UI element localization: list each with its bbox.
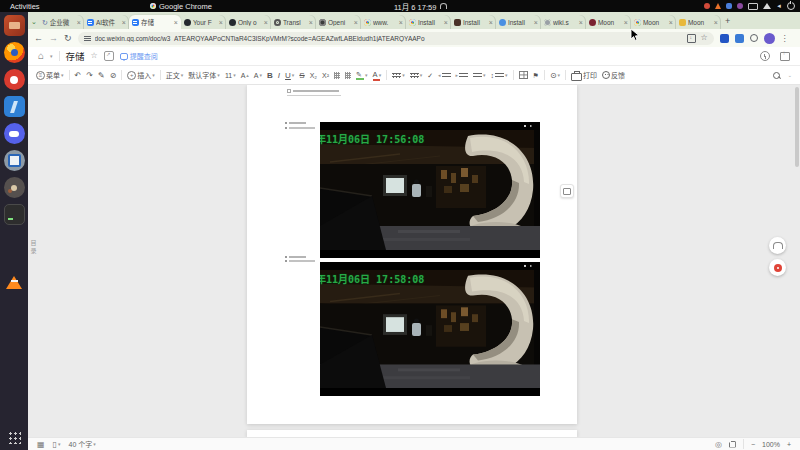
system-clock[interactable]: 11月 6 17:59 (394, 1, 447, 12)
bullet-list-button[interactable]: ▾ (392, 72, 405, 79)
address-bar[interactable]: doc.weixin.qq.com/doc/w3_ATEARQYAAPoCNTi… (78, 32, 714, 45)
network-icon[interactable] (763, 3, 771, 9)
bookmark-flag-icon[interactable]: ⚑ (533, 71, 539, 80)
superscript-button[interactable]: X² (322, 71, 329, 80)
close-icon[interactable]: × (399, 19, 403, 26)
remind-review-link[interactable]: 提醒查阅 (120, 51, 158, 61)
open-in-window-icon[interactable] (104, 51, 114, 61)
promo-float-button[interactable] (769, 259, 786, 276)
page-mode-button[interactable]: ▯▾ (53, 440, 61, 449)
tab-install-3[interactable]: Install× (496, 15, 541, 29)
home-icon[interactable]: ⌂ (38, 51, 44, 61)
align-button[interactable]: ▾ (473, 72, 486, 79)
underline-button[interactable]: U▾ (285, 71, 294, 80)
tab-openi[interactable]: Openi× (316, 15, 361, 29)
zoom-level[interactable]: 100% (762, 441, 780, 448)
close-icon[interactable]: × (579, 19, 583, 26)
save-page-icon[interactable] (687, 34, 696, 43)
tab-only-o[interactable]: Only o× (226, 15, 271, 29)
tray-app-purple-icon[interactable] (737, 3, 743, 9)
tab-install-1[interactable]: Install× (406, 15, 451, 29)
zoom-in-button[interactable]: + (787, 441, 791, 448)
font-size-decrease-button[interactable]: A▾ (254, 72, 262, 79)
insert-table-icon[interactable] (519, 71, 528, 79)
activities-button[interactable]: Activities (10, 2, 40, 11)
tab-storage-active[interactable]: 存储× (129, 15, 181, 29)
focused-app-indicator[interactable]: Google Chrome (150, 2, 212, 11)
fit-screen-icon[interactable] (729, 441, 736, 448)
profile-avatar[interactable] (764, 33, 775, 44)
close-icon[interactable]: × (122, 19, 126, 26)
tab-install-2[interactable]: Install× (451, 15, 496, 29)
tray-app-red-icon[interactable] (704, 3, 710, 9)
dock-files-icon[interactable] (4, 15, 25, 36)
new-tab-button[interactable]: + (725, 16, 730, 26)
close-icon[interactable]: × (534, 19, 538, 26)
extension-blue-icon[interactable] (720, 34, 729, 43)
url-text[interactable]: doc.weixin.qq.com/doc/w3_ATEARQYAAPoCNTi… (95, 35, 684, 42)
close-icon[interactable]: × (354, 19, 358, 26)
extensions-menu-icon[interactable] (750, 34, 758, 42)
dock-gimp-icon[interactable] (4, 177, 25, 198)
text-style-icon[interactable] (334, 72, 340, 79)
tab-www[interactable]: www.× (361, 15, 406, 29)
highlight-block-button[interactable]: ⊙▾ (550, 71, 560, 80)
show-applications-icon[interactable] (7, 430, 21, 444)
tab-wiki[interactable]: wiki.s× (541, 15, 586, 29)
close-icon[interactable]: × (489, 19, 493, 26)
dock-rstudio-icon[interactable] (4, 150, 25, 171)
chrome-menu-icon[interactable]: ⋮ (781, 34, 789, 43)
feedback-button[interactable]: 反馈 (602, 70, 625, 80)
tab-your-f[interactable]: Your F× (181, 15, 226, 29)
bold-button[interactable]: B (267, 71, 273, 80)
collapse-toolbar-icon[interactable]: ⌄ (788, 72, 792, 78)
forward-icon[interactable]: → (49, 34, 58, 43)
close-icon[interactable]: × (624, 19, 628, 26)
close-icon[interactable]: × (714, 19, 718, 26)
undo-icon[interactable]: ↶ (75, 71, 82, 80)
search-icon[interactable] (773, 72, 780, 79)
close-icon[interactable]: × (444, 19, 448, 26)
insert-button[interactable]: +插入▾ (127, 70, 155, 80)
cctv-image-1[interactable]: 年11月06日 17:56:08 (320, 122, 540, 258)
font-family-select[interactable]: 默认字体▾ (188, 70, 220, 80)
outline-grid-icon[interactable]: ▦ (37, 440, 45, 449)
favorite-star-icon[interactable]: ☆ (91, 52, 98, 60)
dock-firefox-icon[interactable] (4, 42, 25, 63)
tab-moon-3[interactable]: Moon× (676, 15, 721, 29)
tab-qiyewei[interactable]: ↻企业微× (39, 15, 84, 29)
extension-lightblue-icon[interactable] (735, 34, 744, 43)
chevron-down-icon[interactable]: ▾ (50, 53, 53, 59)
doc-canvas[interactable]: 年11月06日 17:56:08 (28, 85, 800, 437)
font-size-increase-button[interactable]: A▴ (241, 72, 249, 79)
add-comment-button[interactable] (560, 184, 574, 198)
paragraph-style-select[interactable]: 正文▾ (166, 70, 184, 80)
bookmark-star-icon[interactable]: ☆ (700, 34, 707, 42)
reload-icon[interactable]: ↻ (64, 34, 72, 43)
locate-icon[interactable]: ◎ (715, 440, 722, 449)
clear-format-icon[interactable]: ⊘ (110, 71, 117, 80)
italic-button[interactable]: I (278, 71, 280, 80)
dock-vscode-icon[interactable] (4, 96, 25, 117)
scrollbar-thumb[interactable] (795, 87, 799, 167)
highlight-color-button[interactable]: ✎▾ (356, 71, 368, 79)
input-method-icon[interactable] (748, 3, 758, 10)
checklist-button[interactable]: ✓ (427, 71, 433, 80)
menu-button[interactable]: ≡菜单▾ (36, 70, 64, 80)
tab-moon-2[interactable]: Moon× (631, 15, 676, 29)
tray-app-blue-icon[interactable] (726, 3, 732, 9)
font-color-button[interactable]: A▾ (373, 70, 382, 80)
power-icon[interactable] (787, 2, 795, 10)
site-settings-icon[interactable] (84, 36, 91, 41)
tray-vlc-cone-icon[interactable] (715, 3, 721, 9)
format-painter-icon[interactable]: ✎ (98, 71, 105, 80)
print-button[interactable]: 打印 (571, 70, 597, 81)
help-float-button[interactable] (769, 237, 786, 254)
word-count-button[interactable]: 40 个字▾ (68, 439, 95, 449)
system-tray[interactable]: ◄ (704, 2, 795, 10)
doc-title[interactable]: 存储 (66, 49, 85, 63)
zoom-out-button[interactable]: − (751, 441, 755, 448)
indent-button[interactable]: ▸ (456, 72, 469, 79)
volume-icon[interactable]: ◄ (776, 3, 782, 9)
tab-transl[interactable]: Transl× (271, 15, 316, 29)
